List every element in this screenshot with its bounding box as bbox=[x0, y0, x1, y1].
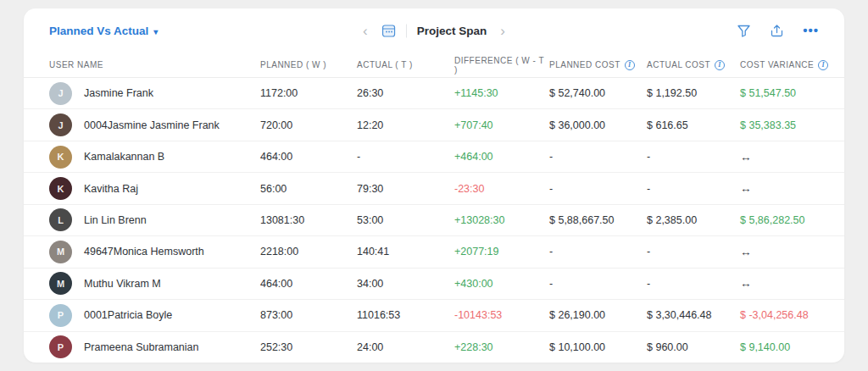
user-cell: K Kamalakannan B bbox=[49, 146, 260, 169]
actual-hours: 34:00 bbox=[357, 278, 454, 290]
info-icon[interactable]: i bbox=[715, 60, 725, 70]
difference-value: -23:30 bbox=[454, 183, 549, 195]
avatar: K bbox=[49, 146, 72, 169]
actual-cost-value: - bbox=[647, 183, 740, 195]
planned-hours: 13081:30 bbox=[260, 214, 357, 226]
report-card: Planned Vs Actual ▾ ‹ Project Span › bbox=[24, 8, 844, 363]
period-navigator: ‹ Project Span › bbox=[361, 24, 507, 38]
avatar: M bbox=[49, 272, 72, 295]
actual-cost-value: $ 960.00 bbox=[647, 341, 740, 353]
more-options-icon[interactable]: ••• bbox=[803, 27, 819, 34]
difference-value: +1145:30 bbox=[454, 87, 549, 99]
planned-cost-value: - bbox=[549, 278, 647, 290]
table-row[interactable]: J 0004Jasmine Jasmine Frank 720:00 12:20… bbox=[24, 109, 844, 141]
actual-cost-value: - bbox=[647, 151, 740, 163]
user-cell: J 0004Jasmine Jasmine Frank bbox=[49, 114, 260, 136]
user-cell: L Lin Lin Brenn bbox=[49, 208, 260, 231]
period-label: Project Span bbox=[417, 25, 487, 37]
divider bbox=[406, 24, 407, 37]
planned-cost-value: $ 26,190.00 bbox=[549, 309, 647, 321]
filter-icon[interactable] bbox=[737, 24, 751, 38]
col-difference: DIFFERENCE ( W - T ) bbox=[454, 56, 549, 75]
avatar: J bbox=[49, 82, 72, 105]
table-row[interactable]: M 49647Monica Hemsworth 2218:00 140:41 +… bbox=[24, 236, 844, 268]
cost-variance-value: $ 51,547.50 bbox=[740, 87, 844, 99]
table-row[interactable]: K Kamalakannan B 464:00 - +464:00 - - ↔ bbox=[24, 141, 844, 173]
avatar: P bbox=[49, 335, 72, 358]
avatar: K bbox=[49, 177, 72, 200]
toolbar: Planned Vs Actual ▾ ‹ Project Span › bbox=[24, 8, 844, 53]
table-row[interactable]: P Prameena Subramanian 252:30 24:00 +228… bbox=[24, 332, 844, 363]
difference-value: +430:00 bbox=[454, 278, 549, 290]
user-cell: M 49647Monica Hemsworth bbox=[49, 241, 260, 263]
difference-value: +464:00 bbox=[454, 151, 549, 163]
cost-variance-value: ↔ bbox=[740, 151, 844, 163]
planned-hours: 464:00 bbox=[260, 151, 357, 163]
user-name: 49647Monica Hemsworth bbox=[84, 246, 204, 257]
user-cell: K Kavitha Raj bbox=[49, 177, 260, 200]
planned-cost-value: - bbox=[549, 183, 647, 195]
cost-variance-value: ↔ bbox=[740, 277, 844, 290]
planned-cost-value: - bbox=[549, 151, 647, 163]
table-row[interactable]: L Lin Lin Brenn 13081:30 53:00 +13028:30… bbox=[24, 205, 844, 236]
avatar: M bbox=[49, 241, 72, 263]
user-name: 0001Patricia Boyle bbox=[84, 309, 172, 321]
col-actual: ACTUAL ( T ) bbox=[357, 60, 454, 69]
planned-hours: 873:00 bbox=[260, 309, 357, 321]
actual-hours: 11016:53 bbox=[357, 309, 454, 321]
user-name: Muthu Vikram M bbox=[84, 278, 161, 290]
report-type-label: Planned Vs Actual bbox=[49, 25, 148, 37]
difference-value: +2077:19 bbox=[454, 246, 549, 257]
actual-cost-value: $ 2,385.00 bbox=[647, 214, 740, 226]
actual-cost-value: - bbox=[647, 246, 740, 257]
difference-value: +228:30 bbox=[454, 341, 549, 353]
table-row[interactable]: K Kavitha Raj 56:00 79:30 -23:30 - - ↔ bbox=[24, 173, 844, 204]
cost-variance-value: $ -3,04,256.48 bbox=[740, 309, 844, 321]
avatar: P bbox=[49, 304, 72, 327]
actual-hours: 79:30 bbox=[357, 183, 454, 195]
table-row[interactable]: J Jasmine Frank 1172:00 26:30 +1145:30 $… bbox=[24, 78, 844, 109]
info-icon[interactable]: i bbox=[818, 60, 828, 70]
actual-hours: 12:20 bbox=[357, 119, 454, 131]
chevron-down-icon: ▾ bbox=[153, 27, 158, 36]
chevron-left-icon[interactable]: ‹ bbox=[361, 24, 370, 38]
planned-hours: 464:00 bbox=[260, 278, 357, 290]
user-name: Jasmine Frank bbox=[84, 87, 153, 99]
actual-hours: - bbox=[357, 151, 454, 163]
planned-cost-value: $ 5,88,667.50 bbox=[549, 214, 647, 226]
planned-cost-value: $ 10,100.00 bbox=[549, 341, 647, 353]
cost-variance-value: $ 5,86,282.50 bbox=[740, 214, 844, 226]
user-name: 0004Jasmine Jasmine Frank bbox=[84, 119, 220, 131]
actual-hours: 24:00 bbox=[357, 341, 454, 353]
user-name: Kavitha Raj bbox=[84, 183, 138, 195]
calendar-icon[interactable] bbox=[381, 24, 396, 38]
user-cell: P 0001Patricia Boyle bbox=[49, 304, 260, 327]
actual-hours: 53:00 bbox=[357, 214, 454, 226]
col-actual-cost: ACTUAL COSTi bbox=[647, 60, 740, 70]
user-cell: P Prameena Subramanian bbox=[49, 335, 260, 358]
planned-cost-value: $ 52,740.00 bbox=[549, 87, 647, 99]
avatar: L bbox=[49, 208, 72, 231]
actual-cost-value: - bbox=[647, 278, 740, 290]
chevron-right-icon[interactable]: › bbox=[498, 24, 507, 38]
table-body: J Jasmine Frank 1172:00 26:30 +1145:30 $… bbox=[24, 78, 844, 363]
export-icon[interactable] bbox=[770, 24, 784, 38]
table-row[interactable]: M Muthu Vikram M 464:00 34:00 +430:00 - … bbox=[24, 269, 844, 300]
toolbar-actions: ••• bbox=[737, 24, 819, 38]
report-type-dropdown[interactable]: Planned Vs Actual ▾ bbox=[49, 25, 158, 37]
difference-value: -10143:53 bbox=[454, 309, 549, 321]
col-cost-variance: COST VARIANCEi bbox=[740, 60, 844, 70]
user-name: Lin Lin Brenn bbox=[84, 214, 147, 226]
planned-cost-value: - bbox=[549, 246, 647, 257]
cost-variance-value: ↔ bbox=[740, 246, 844, 258]
col-user-name: USER NAME bbox=[49, 60, 260, 69]
actual-cost-value: $ 3,30,446.48 bbox=[647, 309, 740, 321]
user-name: Kamalakannan B bbox=[84, 151, 164, 163]
period-group: Project Span bbox=[381, 24, 487, 38]
table-row[interactable]: P 0001Patricia Boyle 873:00 11016:53 -10… bbox=[24, 300, 844, 331]
cost-variance-value: $ 9,140.00 bbox=[740, 341, 844, 353]
actual-cost-value: $ 616.65 bbox=[647, 119, 740, 131]
info-icon[interactable]: i bbox=[625, 60, 635, 70]
cost-variance-value: ↔ bbox=[740, 182, 844, 195]
table-header: USER NAME PLANNED ( W ) ACTUAL ( T ) DIF… bbox=[24, 53, 844, 78]
